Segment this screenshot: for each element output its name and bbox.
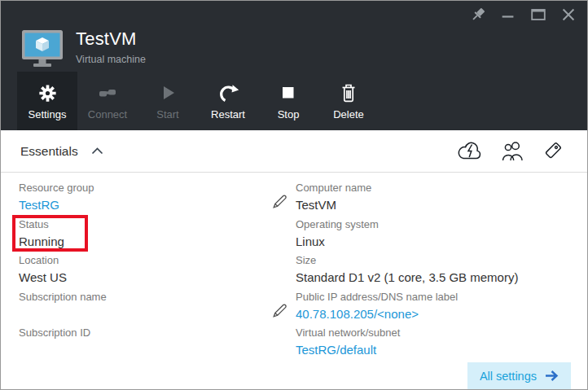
maximize-button[interactable] xyxy=(529,7,548,26)
field-subscription-name: Subscription name xyxy=(19,291,263,327)
pin-button[interactable] xyxy=(468,7,488,26)
toolbar-button-label: Start xyxy=(156,108,178,121)
close-button[interactable] xyxy=(559,7,578,26)
window-controls xyxy=(468,7,578,26)
blade-title: TestVM xyxy=(76,28,146,50)
toolbar-button-connect: Connect xyxy=(77,72,138,130)
field-value-link[interactable]: 40.78.108.205/<none> xyxy=(296,306,579,322)
field-label: Computer name xyxy=(296,182,579,195)
field-label: Size xyxy=(296,254,579,267)
field-operating-system: Operating systemLinux xyxy=(270,218,579,255)
vm-blade-window: TestVM Virtual machine SettingsConnectSt… xyxy=(0,0,588,390)
blade-header: TestVM Virtual machine SettingsConnectSt… xyxy=(1,1,587,130)
field-label: Subscription ID xyxy=(19,326,263,340)
trash-icon xyxy=(339,82,358,104)
toolbar-button-stop[interactable]: Stop xyxy=(258,72,318,130)
field-subscription-id: Subscription ID xyxy=(19,326,263,363)
toolbar: SettingsConnectStartRestartStopDelete xyxy=(1,72,587,130)
toolbar-button-label: Settings xyxy=(29,108,67,121)
title-row: TestVM Virtual machine xyxy=(20,28,146,72)
pencil-icon[interactable] xyxy=(271,303,287,322)
gear-icon xyxy=(37,82,59,104)
field-size: SizeStandard D1 v2 (1 core, 3.5 GB memor… xyxy=(270,254,579,291)
field-value: Standard D1 v2 (1 core, 3.5 GB memory) xyxy=(296,269,579,285)
toolbar-button-settings[interactable]: Settings xyxy=(17,72,77,130)
field-label: Public IP address/DNS name label xyxy=(296,291,579,304)
field-label: Virtual network/subnet xyxy=(296,326,579,340)
toolbar-button-label: Stop xyxy=(278,108,300,121)
play-icon xyxy=(158,82,178,104)
toolbar-button-restart[interactable]: Restart xyxy=(198,72,258,130)
field-label: Operating system xyxy=(296,218,579,231)
toolbar-button-start: Start xyxy=(138,72,198,130)
toolbar-button-label: Delete xyxy=(333,108,364,121)
essentials-quick-icons xyxy=(456,139,564,164)
all-settings-label: All settings xyxy=(480,370,537,383)
field-label: Subscription name xyxy=(19,291,263,304)
all-settings-button[interactable]: All settings xyxy=(467,362,571,389)
minimize-icon xyxy=(499,6,517,27)
field-value-link[interactable]: TestRG xyxy=(19,197,263,213)
minimize-button[interactable] xyxy=(498,7,518,26)
tag-icon[interactable] xyxy=(540,139,564,164)
chevron-up-icon[interactable] xyxy=(90,147,104,156)
essentials-bar: Essentials xyxy=(1,130,587,173)
arrow-right-icon xyxy=(544,370,559,382)
people-icon[interactable] xyxy=(499,140,526,162)
field-computer-name: Computer nameTestVM xyxy=(270,182,579,218)
field-status: StatusRunning xyxy=(19,218,263,255)
field-value: Linux xyxy=(296,234,579,249)
field-label: Resource group xyxy=(19,182,263,195)
close-icon xyxy=(559,6,577,27)
blade-subtitle: Virtual machine xyxy=(76,54,146,65)
field-label: Status xyxy=(19,218,263,231)
field-value: West US xyxy=(19,269,263,285)
cloud-lightning-icon[interactable] xyxy=(456,140,485,162)
essentials-title: Essentials xyxy=(20,144,78,159)
fields-left-column: Resource groupTestRGStatusRunningLocatio… xyxy=(19,182,263,363)
field-location: LocationWest US xyxy=(19,254,263,291)
field-label: Location xyxy=(19,254,263,267)
field-value: TestVM xyxy=(296,197,579,213)
toolbar-button-label: Connect xyxy=(88,108,127,121)
toolbar-button-delete[interactable]: Delete xyxy=(318,72,379,130)
stop-icon xyxy=(279,82,298,104)
field-value: Running xyxy=(19,234,263,249)
pencil-icon[interactable] xyxy=(271,194,287,213)
pin-icon xyxy=(469,6,487,27)
vm-monitor-icon xyxy=(20,28,64,72)
field-resource-group: Resource groupTestRG xyxy=(19,182,263,218)
toolbar-button-label: Restart xyxy=(211,108,245,121)
maximize-icon xyxy=(529,6,547,27)
field-value-link[interactable]: TestRG/default xyxy=(296,342,579,357)
connect-icon xyxy=(95,82,120,104)
essentials-content: Resource groupTestRGStatusRunningLocatio… xyxy=(1,173,587,390)
restart-icon xyxy=(217,82,239,104)
field-public-ip-address-dns-name-label: Public IP address/DNS name label40.78.10… xyxy=(270,291,579,327)
fields-right-column: Computer nameTestVMOperating systemLinux… xyxy=(270,182,579,363)
field-virtual-network-subnet: Virtual network/subnetTestRG/default xyxy=(270,326,579,363)
